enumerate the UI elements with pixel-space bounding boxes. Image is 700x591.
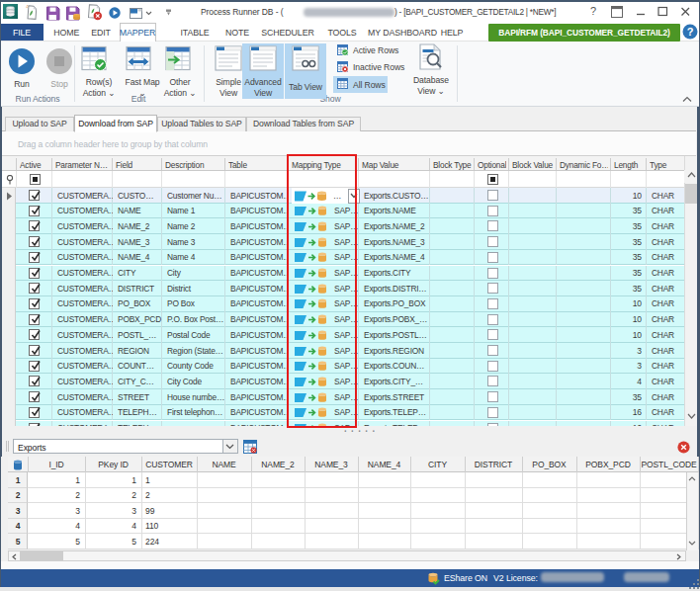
svg-text:?: ? [687, 26, 694, 38]
